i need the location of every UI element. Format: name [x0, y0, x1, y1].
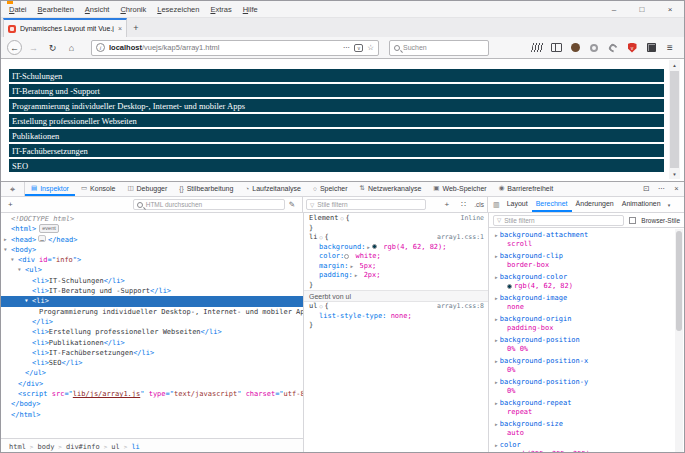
forward-button[interactable]: →	[26, 40, 41, 55]
page-scrollbar[interactable]: ▲ ▼	[669, 60, 680, 179]
dom-tree-row[interactable]: <li>Erstellung professioneller Webseiten…	[1, 327, 303, 337]
close-button[interactable]: ×	[656, 1, 684, 18]
event-badge[interactable]: event	[39, 224, 58, 233]
scrollbar-thumb[interactable]	[670, 71, 679, 168]
site-info-icon[interactable]: i	[96, 43, 105, 52]
expand-icon[interactable]: ▶	[355, 273, 358, 278]
dom-tree-row[interactable]: ▼<ul>	[1, 265, 303, 275]
devtools-close-icon[interactable]: ×	[669, 182, 684, 195]
extension-gray-icon[interactable]	[588, 42, 600, 54]
menu-item-bearbeiten[interactable]: Bearbeiten	[38, 5, 74, 14]
computed-property-name[interactable]: ▶background-size	[495, 420, 684, 430]
collapse-icon[interactable]: ▼	[4, 245, 7, 255]
expand-icon[interactable]: ▶	[495, 338, 498, 343]
computed-property-name[interactable]: ▶background-position	[495, 336, 684, 346]
devtools-tab-stilbearbeitung[interactable]: {}Stilbearbeitung	[173, 182, 239, 196]
expand-icon[interactable]: ▶	[495, 233, 498, 238]
url-bar[interactable]: i localhost/vuejs/kap5/array1.html ⋯ ∨ ☆	[91, 40, 379, 56]
computed-property[interactable]: ▶background-imagenone	[489, 292, 684, 313]
new-tab-button[interactable]: +	[127, 18, 145, 37]
devtools-tab-speicher[interactable]: ○Speicher	[307, 182, 354, 196]
color-swatch[interactable]	[372, 244, 377, 249]
sidebar-icon[interactable]	[550, 42, 562, 54]
computed-property-name[interactable]: ▶background-clip	[495, 252, 684, 262]
devtools-tab-debugger[interactable]: ◫Debugger	[121, 182, 173, 196]
menu-item-lesezeichen[interactable]: Lesezeichen	[157, 5, 199, 14]
scroll-down-icon[interactable]: ▼	[669, 169, 680, 179]
split-console-icon[interactable]: ⊡	[639, 182, 654, 195]
grid-extension-icon[interactable]	[645, 42, 657, 54]
computed-property-name[interactable]: ▶background-attachment	[495, 231, 684, 241]
library-icon[interactable]	[531, 42, 543, 54]
expand-icon[interactable]: ▶	[495, 275, 498, 280]
element-picker-icon[interactable]: ⌖	[1, 182, 25, 196]
dom-tree-row[interactable]: <!DOCTYPE html>	[1, 214, 303, 224]
computed-property[interactable]: ▶colorrgb(255, 255, 255)	[489, 439, 684, 453]
dom-tree-row[interactable]: ▶<head>…</head>	[1, 235, 303, 245]
expand-icon[interactable]: ▶	[495, 296, 498, 301]
dom-tree-row[interactable]: ▼<body>	[1, 245, 303, 255]
dom-tree-row[interactable]: </html>	[1, 410, 303, 420]
rule-selector[interactable]: Element○{Inline	[304, 214, 488, 224]
expand-icon[interactable]: ▶	[495, 422, 498, 427]
pocket-icon[interactable]: ∨	[354, 44, 363, 52]
page-actions-icon[interactable]: ⋯	[343, 43, 351, 52]
pseudo-class-button[interactable]: ∷	[457, 200, 470, 209]
scroll-up-icon[interactable]: ▲	[669, 60, 680, 70]
menu-item-extras[interactable]: Extras	[210, 5, 231, 14]
collapsed-content-icon[interactable]: …	[38, 235, 46, 242]
computed-property[interactable]: ▶background-position-y0%	[489, 376, 684, 397]
dom-tree-row[interactable]: <li>SEO</li>	[1, 358, 303, 368]
dom-tree-row[interactable]: <li>Publikationen</li>	[1, 338, 303, 348]
expand-icon[interactable]: ▶	[367, 245, 370, 250]
add-node-button[interactable]: +	[4, 200, 17, 209]
maximize-button[interactable]: □	[628, 1, 656, 18]
search-bar[interactable]: Suchen	[389, 40, 489, 56]
tab-close-icon[interactable]: ×	[118, 25, 122, 32]
class-toggle-button[interactable]: .cls	[474, 201, 484, 208]
devtools-more-icon[interactable]: ⋯	[654, 182, 669, 195]
devtools-tab-laufzeitanalyse[interactable]: ◔Laufzeitanalyse	[239, 182, 307, 196]
dom-tree-row[interactable]: <li>IT-Beratung und -Support</li>	[1, 286, 303, 296]
home-button[interactable]: ⌂	[64, 40, 79, 55]
collapse-icon[interactable]: ▼	[25, 296, 28, 306]
expand-icon[interactable]: ▶	[495, 254, 498, 259]
dom-tree-row[interactable]: <script src="lib/js/array1.js" type="tex…	[1, 389, 303, 399]
browser-styles-checkbox[interactable]	[629, 217, 636, 224]
computed-property[interactable]: ▶background-repeatrepeat	[489, 397, 684, 418]
breadcrumb-item-li[interactable]: li	[131, 443, 139, 451]
stylesheet-link[interactable]: Inline	[461, 214, 484, 224]
menu-item-datei[interactable]: Datei	[9, 5, 27, 14]
computed-property-name[interactable]: ▶background-position-y	[495, 378, 684, 388]
rule-property[interactable]: color: white;	[304, 252, 488, 262]
expand-icon[interactable]: ▶	[495, 359, 498, 364]
computed-property[interactable]: ▶background-colorrgb(4, 62, 82)	[489, 271, 684, 292]
sidebar-overflow-icon[interactable]: ▾	[665, 197, 674, 212]
style-filter-input[interactable]: ▽ Stile filtern	[306, 199, 426, 210]
dom-tree-row[interactable]: Programmierung individueller Desktop-, I…	[1, 307, 303, 317]
add-rule-button[interactable]: +	[440, 200, 453, 209]
expand-icon[interactable]: ▶	[4, 235, 7, 245]
menu-item-hilfe[interactable]: Hilfe	[243, 5, 258, 14]
rule-property[interactable]: margin:▶ 5px;	[304, 262, 488, 272]
rule-selector[interactable]: ul○{array1.css:8	[304, 302, 488, 312]
highlight-target-icon[interactable]: ○	[319, 234, 322, 240]
sidebar-tab-berechnet[interactable]: Berechnet	[532, 197, 572, 212]
rule-property[interactable]: background:▶ rgb(4, 62, 82);	[304, 243, 488, 253]
pane-toggle-icon[interactable]: ▥	[490, 197, 503, 212]
expand-icon[interactable]: ▶	[495, 443, 498, 448]
computed-property[interactable]: ▶background-clipborder-box	[489, 250, 684, 271]
collapse-icon[interactable]: ▼	[11, 255, 14, 265]
stylesheet-link[interactable]: array1.css:1	[437, 233, 484, 243]
devtools-tab-web-speicher[interactable]: ▣Web-Speicher	[427, 182, 492, 196]
bookmark-star-icon[interactable]: ☆	[367, 43, 374, 52]
html-search-input[interactable]: HTML durchsuchen	[133, 199, 285, 210]
color-swatch[interactable]	[344, 254, 349, 259]
computed-property[interactable]: ▶background-originpadding-box	[489, 313, 684, 334]
highlight-target-icon[interactable]: ○	[319, 303, 322, 309]
computed-property-name[interactable]: ▶background-repeat	[495, 399, 684, 409]
computed-property-name[interactable]: ▶color	[495, 441, 684, 451]
rule-property[interactable]: padding:▶ 2px;	[304, 271, 488, 281]
expand-icon[interactable]: ▶	[495, 380, 498, 385]
rule-property[interactable]: list-style-type: none;	[304, 312, 488, 322]
